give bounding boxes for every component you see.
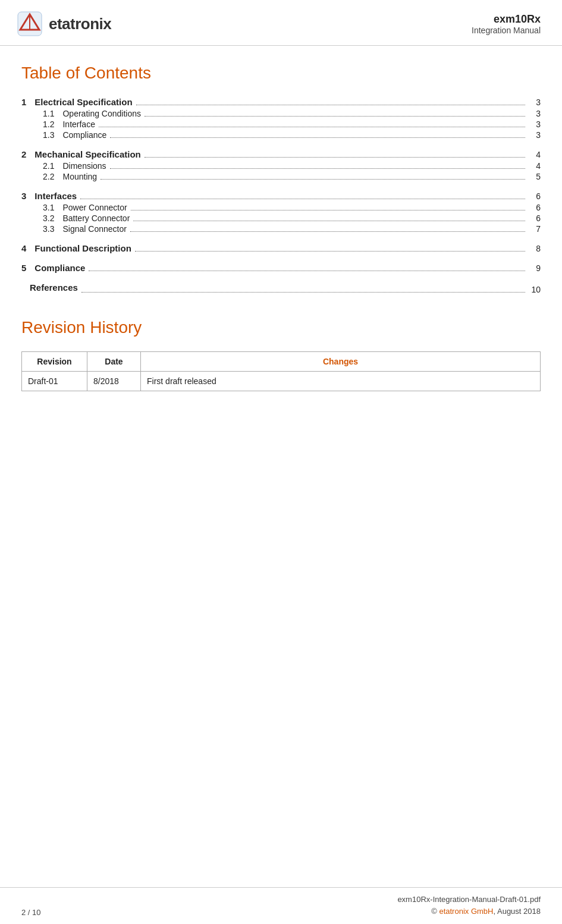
toc-dots: [145, 157, 525, 158]
toc-sub-title-3-1: Power Connector: [62, 203, 127, 212]
header-doc-subtitle: Integration Manual: [472, 26, 541, 35]
toc-page-3: 6: [529, 191, 541, 201]
toc-dots: [81, 292, 525, 293]
footer-copyright: © etatronix GmbH, August 2018: [397, 906, 541, 917]
footer-copyright-link: etatronix GmbH: [439, 907, 493, 916]
toc-title-4: Functional Description: [34, 243, 131, 253]
toc-main-entry-5: 5 Compliance 9: [21, 263, 541, 273]
toc-title-2: Mechanical Specification: [34, 149, 140, 159]
toc-dots: [133, 221, 525, 221]
toc-sub-entry-1-1: 1.1 Operating Conditions 3: [43, 109, 541, 118]
toc-sub-entry-2-2: 2.2 Mounting 5: [43, 172, 541, 181]
toc-main-entry-4: 4 Functional Description 8: [21, 243, 541, 253]
toc-section-references: References 10: [21, 282, 541, 294]
toc-section-1: 1 Electrical Specification 3 1.1 Operati…: [21, 97, 541, 140]
toc-sub-entry-1-2: 1.2 Interface 3: [43, 120, 541, 129]
toc-main-entry-1: 1 Electrical Specification 3: [21, 97, 541, 107]
toc-sub-entry-2-1: 2.1 Dimensions 4: [43, 161, 541, 171]
toc-dots: [89, 271, 525, 271]
toc-sub-num-1-2: 1.2: [43, 120, 54, 129]
toc-sub-num-3-2: 3.2: [43, 213, 54, 223]
toc-num-3: 3: [21, 191, 26, 201]
page-footer: 2 / 10 exm10Rx-Integration-Manual-Draft-…: [0, 887, 562, 924]
col-header-changes: Changes: [141, 352, 541, 372]
toc-sub-num-2-2: 2.2: [43, 172, 54, 181]
header-doc-title: exm10Rx: [472, 13, 541, 26]
revision-table-header-row: Revision Date Changes: [22, 352, 541, 372]
toc-page-2: 4: [529, 150, 541, 159]
toc-title-3: Interfaces: [34, 191, 77, 201]
toc-sub-num-1-3: 1.3: [43, 130, 54, 140]
page-header: etatronix exm10Rx Integration Manual: [0, 0, 562, 46]
toc-sub-title-2-2: Mounting: [62, 172, 97, 181]
toc-sub-page-2-1: 4: [529, 161, 541, 171]
toc-dots: [131, 210, 525, 210]
table-row: Draft-01 8/2018 First draft released: [22, 372, 541, 391]
toc-sub-entry-3-3: 3.3 Signal Connector 7: [43, 224, 541, 234]
toc-sub-num-1-1: 1.1: [43, 109, 54, 118]
toc-num-2: 2: [21, 149, 26, 159]
toc-sub-page-2-2: 5: [529, 172, 541, 181]
toc-sub-title-1-1: Operating Conditions: [62, 109, 141, 118]
toc-num-5: 5: [21, 263, 26, 273]
revision-history-heading: Revision History: [21, 318, 541, 337]
toc-num-4: 4: [21, 243, 26, 253]
toc-sub-page-3-1: 6: [529, 203, 541, 212]
toc-dots: [80, 199, 525, 199]
toc-main-entry-2: 2 Mechanical Specification 4: [21, 149, 541, 159]
toc-sub-num-2-1: 2.1: [43, 161, 54, 171]
toc-title-5: Compliance: [34, 263, 85, 273]
logo-area: etatronix: [17, 11, 111, 37]
toc-sub-title-1-3: Compliance: [62, 130, 106, 140]
toc-sub-num-3-1: 3.1: [43, 203, 54, 212]
toc-dots: [101, 179, 525, 180]
toc-sub-title-3-3: Signal Connector: [62, 224, 126, 234]
toc-sub-page-3-2: 6: [529, 213, 541, 223]
toc-page-5: 9: [529, 263, 541, 273]
toc-heading: Table of Contents: [21, 64, 541, 83]
toc-page-4: 8: [529, 244, 541, 253]
toc-sub-entry-1-3: 1.3 Compliance 3: [43, 130, 541, 140]
toc-sub-page-3-3: 7: [529, 224, 541, 234]
toc-section-4: 4 Functional Description 8: [21, 243, 541, 253]
changes-cell: First draft released: [141, 372, 541, 391]
footer-page-number: 2 / 10: [21, 908, 41, 917]
toc-dots: [99, 127, 525, 127]
logo-icon: [17, 11, 43, 37]
footer-copyright-suffix: , August 2018: [493, 907, 541, 916]
toc-dots: [145, 116, 525, 117]
toc-sub-page-1-3: 3: [529, 130, 541, 140]
toc-page-references: 10: [529, 285, 541, 294]
toc-sub-num-3-3: 3.3: [43, 224, 54, 234]
toc-sub-entry-3-2: 3.2 Battery Connector 6: [43, 213, 541, 223]
revision-table: Revision Date Changes Draft-01 8/2018 Fi…: [21, 351, 541, 391]
revision-cell: Draft-01: [22, 372, 87, 391]
toc-main-entry-references: References 10: [21, 282, 541, 294]
toc-section-5: 5 Compliance 9: [21, 263, 541, 273]
date-cell: 8/2018: [87, 372, 141, 391]
toc-dots: [110, 168, 525, 169]
toc-title-1: Electrical Specification: [34, 97, 132, 107]
main-content: Table of Contents 1 Electrical Specifica…: [0, 46, 562, 439]
toc-dots: [135, 251, 525, 252]
header-right: exm10Rx Integration Manual: [472, 13, 541, 35]
toc-sub-title-3-2: Battery Connector: [62, 213, 130, 223]
col-header-revision: Revision: [22, 352, 87, 372]
toc-dots: [110, 137, 525, 138]
toc-sub-title-1-2: Interface: [62, 120, 95, 129]
toc-section-3: 3 Interfaces 6 3.1 Power Connector 6 3.2…: [21, 191, 541, 234]
toc-section-2: 2 Mechanical Specification 4 2.1 Dimensi…: [21, 149, 541, 181]
toc-title-references: References: [30, 282, 78, 293]
col-header-date: Date: [87, 352, 141, 372]
toc-sub-page-1-1: 3: [529, 109, 541, 118]
footer-right: exm10Rx-Integration-Manual-Draft-01.pdf …: [397, 894, 541, 917]
footer-copyright-prefix: ©: [431, 907, 439, 916]
footer-filename: exm10Rx-Integration-Manual-Draft-01.pdf: [397, 894, 541, 906]
toc-num-1: 1: [21, 97, 26, 107]
toc-sub-title-2-1: Dimensions: [62, 161, 106, 171]
toc-sub-entry-3-1: 3.1 Power Connector 6: [43, 203, 541, 212]
toc-sub-page-1-2: 3: [529, 120, 541, 129]
toc-page-1: 3: [529, 98, 541, 107]
toc-main-entry-3: 3 Interfaces 6: [21, 191, 541, 201]
logo-text: etatronix: [49, 15, 111, 33]
